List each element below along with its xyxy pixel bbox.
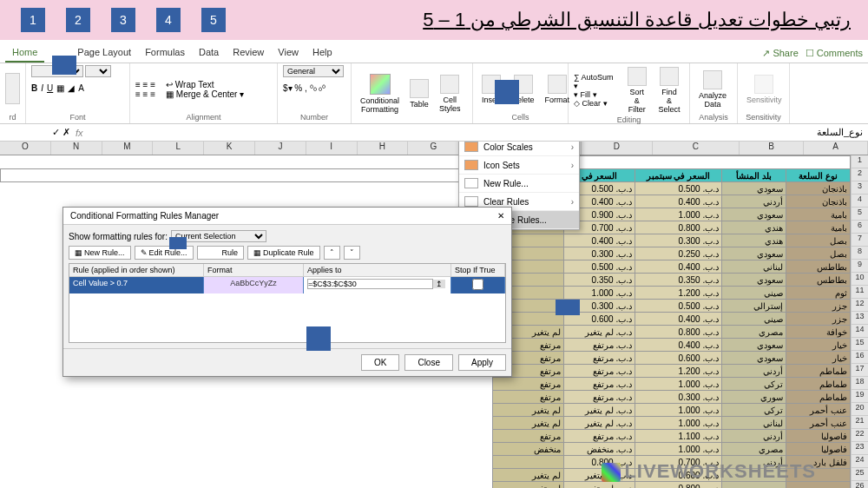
sensitivity-button[interactable]: Sensitivity: [743, 73, 786, 106]
sort-icon: [628, 67, 647, 86]
col-format: Format: [204, 264, 304, 276]
formula-bar: ✓ ✗ fx نوع_السلعة: [0, 124, 868, 142]
duprule-button[interactable]: ▦ Duplicate Rule: [247, 246, 320, 260]
currency-icon[interactable]: $▾: [283, 83, 293, 93]
num-3[interactable]: 3: [111, 8, 135, 32]
fx-icon[interactable]: ✓ ✗: [52, 127, 70, 138]
table-icon: [410, 79, 429, 98]
cell-styles-button[interactable]: Cell Styles: [436, 73, 464, 115]
underline-button[interactable]: U: [47, 83, 53, 93]
number-format-select[interactable]: General: [283, 65, 344, 77]
format-icon: [548, 75, 567, 94]
border-icon[interactable]: ▦: [56, 83, 64, 93]
tab-review[interactable]: Review: [226, 43, 271, 63]
analyze-icon: [703, 70, 722, 89]
cf-icon: [370, 74, 391, 95]
step-target-home[interactable]: [52, 56, 76, 75]
col-applies: Applies to: [304, 264, 451, 276]
find-icon: [660, 67, 679, 86]
rules-manager-dialog: Conditional Formatting Rules Manager ✕ S…: [62, 207, 512, 377]
cf-iconsets[interactable]: Icon Sets›: [459, 156, 579, 175]
name-box-right[interactable]: نوع_السلعة: [817, 127, 868, 138]
comments-button[interactable]: ☐ Comments: [806, 48, 863, 59]
moveup-button[interactable]: ˄: [324, 246, 340, 260]
italic-button[interactable]: I: [41, 83, 43, 93]
merge-button[interactable]: ▦ Merge & Center ▾: [166, 89, 244, 99]
iconsets-icon: [464, 160, 478, 170]
sensitivity-icon: [754, 75, 773, 94]
fx-label[interactable]: fx: [70, 128, 89, 138]
tab-home[interactable]: Home: [5, 43, 44, 63]
row-headers: 1234567891011121314151617181920212223242…: [851, 155, 868, 488]
colorscales-icon: [464, 142, 478, 152]
align-icon2[interactable]: ≡ ≡ ≡: [135, 89, 155, 99]
ribbon-tabs: Home Page Layout Formulas Data Review Vi…: [0, 40, 868, 63]
rule-button[interactable]: Rule: [197, 246, 245, 260]
decimal-inc-icon[interactable]: ⁰₀: [310, 83, 317, 93]
conditional-formatting-button[interactable]: Conditional Formatting: [357, 72, 403, 115]
cf-colorscales[interactable]: Color Scales›: [459, 142, 579, 156]
applies-input[interactable]: [307, 279, 433, 289]
fill-button[interactable]: ▾ Fill ▾: [574, 90, 619, 99]
col-stop: Stop If True: [451, 264, 505, 276]
close-button[interactable]: Close: [404, 354, 453, 371]
num-4[interactable]: 4: [156, 8, 181, 32]
movedown-button[interactable]: ˅: [344, 246, 360, 260]
align-icon[interactable]: ≡ ≡ ≡: [135, 80, 155, 89]
size-select[interactable]: [85, 65, 111, 77]
col-headers: ONMLKJIHGFEDCBA: [0, 142, 868, 155]
watermark: LIVEWORKSHEETS: [602, 460, 816, 483]
comma-icon[interactable]: ,: [305, 83, 307, 93]
analyze-button[interactable]: Analyze Data: [695, 69, 730, 110]
find-select-button[interactable]: Find & Select: [654, 65, 684, 115]
dialog-title: Conditional Formatting Rules Manager: [70, 211, 219, 221]
clearrules-icon: [464, 196, 478, 207]
percent-icon[interactable]: %: [294, 83, 302, 93]
num-1[interactable]: 1: [21, 8, 45, 32]
num-5[interactable]: 5: [201, 8, 226, 32]
sheet-area: ONMLKJIHGFEDCBA 123456789101112131415161…: [0, 142, 868, 488]
num-2[interactable]: 2: [66, 8, 90, 32]
sort-filter-button[interactable]: Sort & Filter: [622, 65, 651, 115]
apply-button[interactable]: Apply: [458, 354, 506, 371]
clear-button[interactable]: ◇ Clear ▾: [574, 99, 619, 108]
step-target-editrule[interactable]: [169, 237, 187, 249]
step-target-ok[interactable]: [306, 326, 331, 351]
share-button[interactable]: ↗ Share: [762, 48, 798, 59]
format-table-button[interactable]: Table: [406, 77, 432, 110]
showfor-label: Show formatting rules for:: [69, 232, 168, 241]
col-rule: Rule (applied in order shown): [69, 264, 204, 276]
close-icon[interactable]: ✕: [497, 211, 504, 221]
ribbon: rd B I U ▦ ◢ A Font ≡ ≡ ≡≡ ≡ ≡ ↩ Wrap Te…: [0, 63, 868, 124]
newrule-icon: [464, 178, 478, 188]
tab-view[interactable]: View: [271, 43, 306, 63]
question-bar: 1 2 3 4 5 رتبي خطوات تعديل قاعدة التنسيق…: [0, 0, 868, 40]
autosum-button[interactable]: ∑ AutoSum ▾: [574, 73, 619, 90]
fill-color-icon[interactable]: ◢: [68, 83, 75, 93]
newrule-button[interactable]: ▦ New Rule...: [69, 246, 131, 260]
tab-pagelayout[interactable]: Page Layout: [70, 43, 138, 63]
decimal-dec-icon[interactable]: ₀⁰: [319, 83, 326, 93]
styles-icon: [440, 75, 459, 94]
tab-help[interactable]: Help: [306, 43, 339, 63]
step-target-cf[interactable]: [495, 80, 519, 104]
tab-data[interactable]: Data: [192, 43, 226, 63]
watermark-logo-icon: [602, 463, 621, 482]
step-target-manage[interactable]: [556, 300, 580, 315]
paste-icon[interactable]: [5, 73, 20, 104]
font-color-icon[interactable]: A: [78, 83, 84, 93]
bold-button[interactable]: B: [31, 83, 37, 93]
stop-checkbox[interactable]: [472, 279, 483, 290]
question-text: رتبي خطوات تعديل قاعدة التنسيق الشرطي من…: [423, 9, 858, 31]
rule-row[interactable]: Cell Value > 0.7 AaBbCcYyZz ↥: [69, 277, 505, 293]
wrap-text-button[interactable]: ↩ Wrap Text: [166, 80, 244, 89]
cf-newrule[interactable]: New Rule...: [459, 175, 579, 193]
tab-formulas[interactable]: Formulas: [138, 43, 192, 63]
ok-button[interactable]: OK: [361, 354, 399, 371]
